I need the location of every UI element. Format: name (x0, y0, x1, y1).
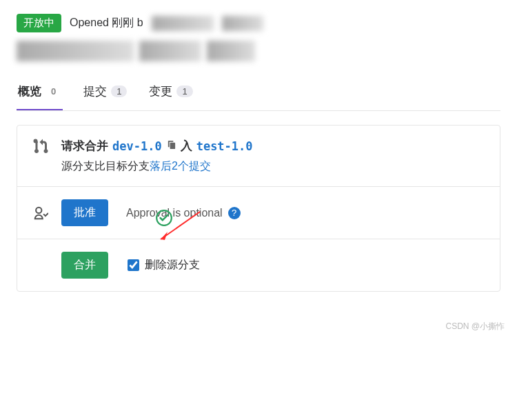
into-label: 入 (181, 138, 192, 154)
behind-link[interactable]: 落后2个提交 (150, 160, 211, 172)
delete-source-checkbox[interactable] (128, 259, 139, 271)
delete-source-label: 删除源分支 (145, 258, 200, 272)
redacted-block (222, 16, 263, 31)
merge-section: 合并 删除源分支 (17, 239, 500, 291)
tab-count: 1 (176, 86, 192, 97)
approval-section: 批准 Approval is optional ? (17, 187, 500, 239)
approval-optional-text: Approval is optional (126, 207, 223, 219)
watermark: CSDN @小撕怍 (0, 318, 517, 339)
tab-label: 提交 (83, 83, 107, 99)
behind-text-prefix: 源分支比目标分支 (61, 160, 150, 172)
approver-icon (31, 206, 50, 221)
redacted-row (17, 41, 500, 61)
merge-request-header: 请求合并 dev-1.0 入 test-1.0 源分支比目标分支落后2个提交 (17, 126, 500, 187)
tab-changes[interactable]: 变更 1 (148, 77, 194, 110)
tab-commits[interactable]: 提交 1 (82, 77, 128, 110)
copy-icon[interactable] (166, 139, 176, 153)
opened-text: Opened 刚刚 b (70, 16, 143, 30)
target-branch[interactable]: test-1.0 (196, 139, 253, 153)
source-branch[interactable]: dev-1.0 (112, 139, 162, 153)
help-icon[interactable]: ? (228, 207, 241, 219)
redacted-block (152, 16, 214, 31)
merge-request-icon (31, 138, 50, 154)
tab-label: 概览 (18, 83, 41, 99)
merge-button[interactable]: 合并 (61, 252, 108, 279)
tab-overview[interactable]: 概览 0 (17, 77, 63, 110)
tabs: 概览 0 提交 1 变更 1 (17, 77, 500, 111)
status-badge: 开放中 (17, 14, 61, 32)
merge-request-card: 请求合并 dev-1.0 入 test-1.0 源分支比目标分支落后2个提交 批… (17, 125, 500, 292)
tab-count: 0 (45, 86, 61, 97)
tab-label: 变更 (149, 83, 172, 99)
delete-source-branch-option[interactable]: 删除源分支 (128, 258, 200, 272)
tab-count: 1 (111, 86, 127, 97)
merge-title-prefix: 请求合并 (61, 138, 108, 154)
approve-button[interactable]: 批准 (61, 199, 108, 226)
